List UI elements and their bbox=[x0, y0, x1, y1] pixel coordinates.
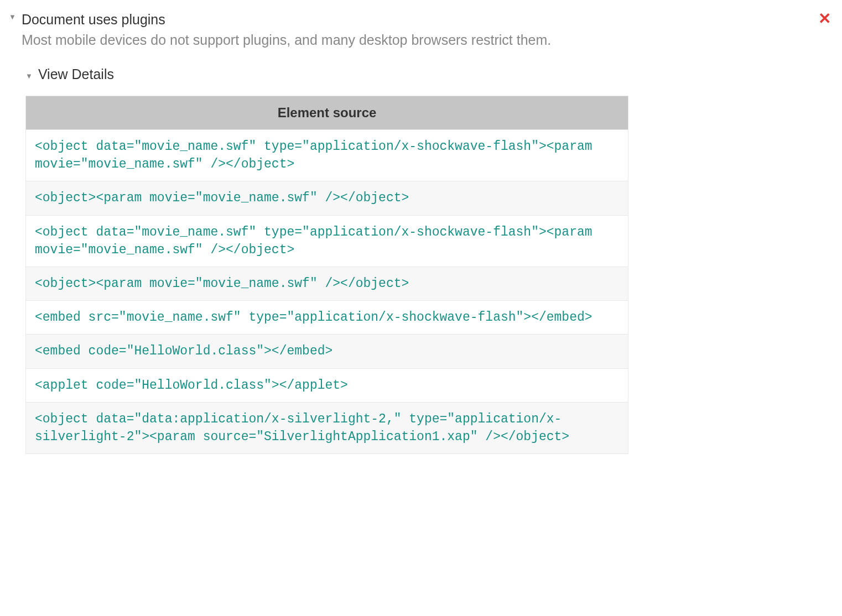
code-cell: <object data="data:application/x-silverl… bbox=[26, 402, 628, 453]
code-cell: <object data="movie_name.swf" type="appl… bbox=[26, 215, 628, 267]
table-row: <object data="data:application/x-silverl… bbox=[26, 402, 628, 453]
details-toggle[interactable]: View Details bbox=[25, 66, 833, 82]
code-cell: <object><param movie="movie_name.swf" />… bbox=[26, 267, 628, 300]
table-row: <object data="movie_name.swf" type="appl… bbox=[26, 215, 628, 267]
table-row: <applet code="HelloWorld.class"></applet… bbox=[26, 368, 628, 402]
code-cell: <applet code="HelloWorld.class"></applet… bbox=[26, 368, 628, 402]
chevron-down-icon[interactable] bbox=[9, 13, 16, 20]
code-cell: <object data="movie_name.swf" type="appl… bbox=[26, 130, 628, 181]
details-label: View Details bbox=[38, 66, 114, 82]
table-row: <object data="movie_name.swf" type="appl… bbox=[26, 130, 628, 181]
code-cell: <embed src="movie_name.swf" type="applic… bbox=[26, 301, 628, 335]
element-source-table: Element source <object data="movie_name.… bbox=[25, 96, 628, 454]
table-header: Element source bbox=[26, 96, 628, 130]
code-cell: <embed code="HelloWorld.class"></embed> bbox=[26, 335, 628, 368]
audit-content: Document uses plugins Most mobile device… bbox=[22, 10, 833, 50]
audit-item: Document uses plugins Most mobile device… bbox=[9, 10, 833, 50]
fail-icon: ✕ bbox=[818, 11, 831, 27]
details-section: View Details Element source <object data… bbox=[25, 66, 833, 454]
table-body: <object data="movie_name.swf" type="appl… bbox=[26, 130, 628, 454]
audit-description: Most mobile devices do not support plugi… bbox=[22, 30, 833, 50]
table-row: <embed src="movie_name.swf" type="applic… bbox=[26, 301, 628, 335]
code-cell: <object><param movie="movie_name.swf" />… bbox=[26, 181, 628, 215]
table-row: <object><param movie="movie_name.swf" />… bbox=[26, 181, 628, 215]
chevron-down-icon[interactable] bbox=[25, 72, 33, 80]
table-row: <embed code="HelloWorld.class"></embed> bbox=[26, 335, 628, 368]
table-row: <object><param movie="movie_name.swf" />… bbox=[26, 267, 628, 300]
audit-title: Document uses plugins bbox=[22, 10, 833, 29]
